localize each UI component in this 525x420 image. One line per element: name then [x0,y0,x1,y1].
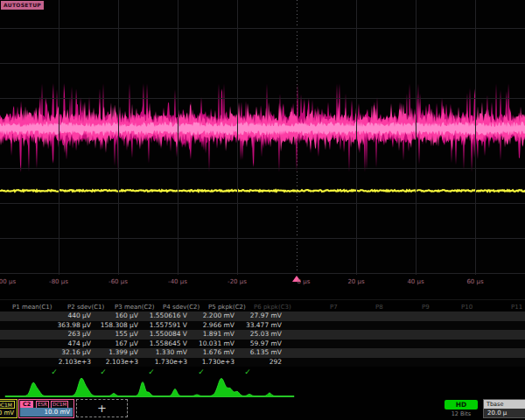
trace-label-badge[interactable]: AUTOSETUP [1,1,44,10]
grid-line [0,203,525,204]
measurement-table: P1 mean(C1)P2 sdev(C1)P3 mean(C2)P4 sdev… [0,299,525,381]
parameter-header-inactive[interactable]: P10 [461,304,472,311]
c1-vdiv-value: 0 mV [0,410,14,416]
status-check-icon: ✓ [148,368,155,376]
plus-icon: + [77,402,127,414]
status-check-icon: ✓ [51,368,58,376]
grid-line [0,28,525,29]
channel-c1-descriptor[interactable]: DC1M 0 mV [0,399,18,418]
table-cell: 2.200 mV [180,312,234,321]
grid-line [59,0,60,275]
table-cell: 263 µV [37,330,91,340]
parameter-header-inactive[interactable]: P7 [330,304,338,311]
parameter-header-inactive[interactable]: P6 pkpk(C3) [254,304,291,311]
timebase-title: Tbase [484,400,525,409]
table-cell: 33.477 mV [228,321,282,331]
grid-line [356,0,357,275]
parameter-header[interactable]: P2 sdev(C1) [67,304,104,311]
descriptor-bar: DC1M 0 mV C2 ESR DC1M 10.0 mV + HD 12 Bi… [0,399,525,420]
time-axis-label: -80 µs [49,278,68,285]
grid-line [0,168,525,169]
timebase-value: 20.0 µ [484,409,525,417]
table-cell: 1.550616 V [133,312,187,321]
table-cell: 474 µV [37,340,91,349]
measurement-histogram [0,378,525,399]
hd-mode-badge[interactable]: HD [444,400,478,410]
table-cell: 25.03 mV [228,330,282,340]
waveform-grid: AUTOSETUP [0,0,525,275]
status-check-icon: ✓ [244,368,251,376]
table-cell: 158.308 µV [84,321,138,331]
parameter-header[interactable]: P3 mean(C2) [115,304,155,311]
parameter-header-inactive[interactable]: P11 [511,304,522,311]
table-cell: 292 [228,358,282,368]
grid-line [416,0,416,275]
table-cell: 6.135 mV [228,348,282,358]
c1-trace [0,190,525,192]
time-axis-label: -40 µs [168,278,187,285]
table-cell: 27.97 mV [228,312,282,321]
table-cell: 1.399 µV [84,348,138,358]
table-cell: 1.891 mV [180,330,234,340]
grid-line [0,238,525,239]
table-cell: 32.16 µV [37,348,91,358]
grid-line [237,0,238,275]
table-row: 474 µV167 µV1.558645 V10.031 mV59.97 mV [0,340,525,349]
parameter-header[interactable]: P1 mean(C1) [12,304,52,311]
status-check-icon: ✓ [198,368,205,376]
c2-vdiv-value: 10.0 mV [20,408,73,416]
grid-line [118,0,119,275]
time-axis-label: -60 µs [108,278,128,285]
table-cell: 2.966 mV [180,321,234,331]
channel-c2-descriptor[interactable]: C2 ESR DC1M 10.0 mV [18,399,74,418]
c1-coupling-badge: DC1M [0,401,15,409]
table-cell: 1.730e+3 [133,358,187,368]
table-cell: 1.730e+3 [180,358,234,368]
time-axis-label: 40 µs [407,278,424,285]
table-cell: 160 µV [84,312,138,321]
add-trace-button[interactable]: + [76,399,128,417]
time-axis-label: 20 µs [347,278,364,285]
parameter-header[interactable]: P4 sdev(C2) [163,304,200,311]
grid-line [0,98,525,99]
table-cell: 1.330 mV [133,348,187,358]
grid-line [178,0,178,275]
time-axis-label: 60 µs [466,278,483,285]
grid-line [475,0,476,275]
hd-bits-label: 12 Bits [444,410,478,417]
timebase-descriptor[interactable]: Tbase 20.0 µ [483,399,525,418]
table-cell: 1.550084 V [133,330,187,340]
table-cell: 167 µV [84,340,138,349]
grid-line [0,63,525,64]
c2-channel-badge: C2 [20,401,33,408]
table-cell: 10.031 mV [180,340,234,349]
table-cell: 363.98 µV [37,321,91,331]
parameter-header-inactive[interactable]: P9 [422,304,430,311]
table-cell: 155 µV [84,330,138,340]
table-row: 32.16 µV1.399 µV1.330 mV1.676 mV6.135 mV [0,348,525,358]
waveform-traces [0,0,525,275]
table-row: 440 µV160 µV1.550616 V2.200 mV27.97 mV [0,312,525,321]
table-row: 2.103e+32.103e+31.730e+31.730e+3292 [0,358,525,368]
table-cell: 440 µV [37,312,91,321]
status-check-icon: ✓ [100,368,107,376]
table-row: 363.98 µV158.308 µV1.557591 V2.966 mV33.… [0,321,525,331]
time-axis: -100 µs-80 µs-60 µs-40 µs-20 µs0 µs20 µs… [0,275,525,292]
table-cell: 2.103e+3 [84,358,138,368]
table-cell: 1.558645 V [133,340,187,349]
parameter-header-inactive[interactable]: P8 [375,304,383,311]
time-axis-label: -100 µs [0,278,16,285]
grid-line [0,273,525,274]
table-cell: 1.676 mV [180,348,234,358]
parameter-header[interactable]: P5 pkpk(C2) [208,304,246,311]
time-axis-label: 0 µs [298,278,311,285]
table-row: 263 µV155 µV1.550084 V1.891 mV25.03 mV [0,330,525,340]
time-axis-label: -20 µs [228,278,247,285]
table-cell: 59.97 mV [228,340,282,349]
oscilloscope-screen: AUTOSETUP -100 µs-80 µs-60 µs-40 µs-20 µ… [0,0,525,420]
table-cell: 1.557591 V [133,321,187,331]
histogram-path [5,378,294,396]
table-cell: 2.103e+3 [37,358,91,368]
